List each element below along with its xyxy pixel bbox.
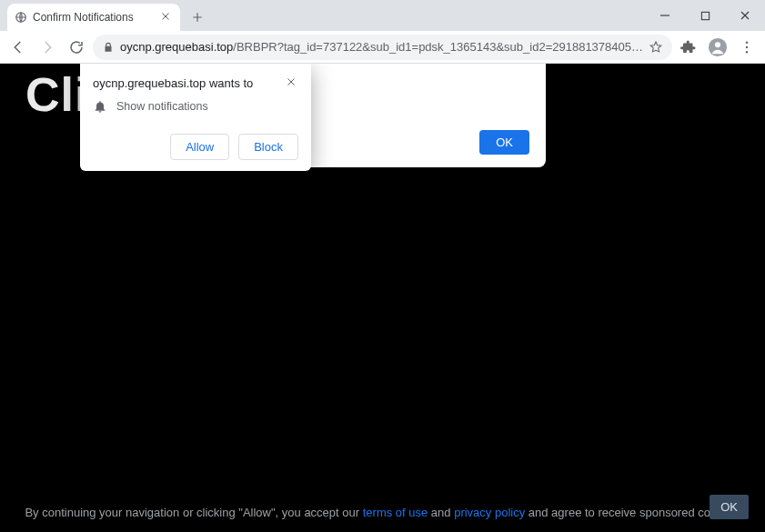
- consent-ok-button[interactable]: OK: [710, 495, 749, 519]
- maximize-button[interactable]: [685, 0, 725, 31]
- close-icon[interactable]: [160, 11, 173, 24]
- permission-item-label: Show notifications: [116, 100, 208, 113]
- svg-rect-1: [701, 12, 709, 19]
- bookmark-star-icon[interactable]: [649, 40, 663, 55]
- page-viewport: Click "allow" t you are si.top says LOSE…: [0, 64, 765, 532]
- extensions-button[interactable]: [676, 35, 701, 60]
- notification-permission-prompt: oycnp.grequebasi.top wants to Show notif…: [80, 64, 311, 171]
- consent-text-suffix: and agree to receive sponsored content.: [525, 506, 740, 519]
- minimize-button[interactable]: [645, 0, 685, 31]
- consent-text-prefix: By continuing your navigation or clickin…: [25, 506, 362, 519]
- window-close-button[interactable]: [725, 0, 765, 31]
- window-controls: [645, 0, 765, 31]
- permission-origin: oycnp.grequebasi.top wants to: [93, 76, 253, 90]
- reload-button[interactable]: [64, 35, 89, 60]
- alert-ok-button[interactable]: OK: [479, 130, 529, 155]
- address-bar[interactable]: oycnp.grequebasi.top/BRBPR?tag_id=737122…: [93, 35, 672, 60]
- svg-point-6: [746, 51, 748, 53]
- kebab-menu-button[interactable]: [734, 35, 760, 60]
- block-button[interactable]: Block: [238, 134, 298, 160]
- browser-tab[interactable]: Confirm Notifications: [7, 4, 180, 31]
- back-button[interactable]: [5, 35, 31, 60]
- globe-icon: [15, 11, 27, 24]
- consent-bar: By continuing your navigation or clickin…: [0, 497, 765, 533]
- browser-toolbar: oycnp.grequebasi.top/BRBPR?tag_id=737122…: [0, 31, 765, 64]
- new-tab-button[interactable]: [186, 5, 209, 29]
- url-text: oycnp.grequebasi.top/BRBPR?tag_id=737122…: [120, 40, 643, 54]
- close-icon[interactable]: [286, 76, 298, 89]
- tab-title: Confirm Notifications: [33, 11, 155, 24]
- lock-icon: [102, 41, 115, 54]
- allow-button[interactable]: Allow: [170, 134, 229, 160]
- profile-avatar[interactable]: [705, 35, 730, 60]
- bell-icon: [93, 99, 107, 114]
- consent-text-mid: and: [428, 506, 454, 519]
- svg-point-3: [715, 42, 720, 47]
- svg-point-4: [746, 41, 748, 43]
- privacy-link[interactable]: privacy policy: [454, 506, 525, 519]
- svg-point-5: [746, 45, 748, 47]
- browser-titlebar: Confirm Notifications: [0, 0, 765, 31]
- terms-link[interactable]: terms of use: [363, 506, 428, 519]
- forward-button[interactable]: [35, 35, 60, 60]
